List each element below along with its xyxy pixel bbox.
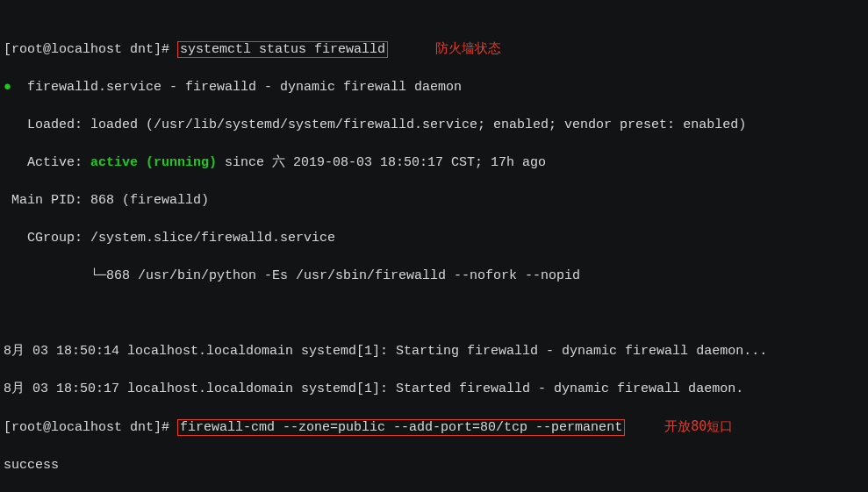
active-since: since 六 2019-08-03 18:50:17 CST; 17h ago [217,155,546,170]
active-state: active (running) [90,155,217,170]
line-cgroup1: CGroup: /system.slice/firewalld.service [4,229,868,248]
annotation-firewall-status: 防火墙状态 [435,40,501,56]
annotation-open-port-80: 开放80短口 [664,418,733,434]
svc-head-text: firewalld.service - firewalld - dynamic … [11,80,462,95]
highlight-cmd-addport: firewall-cmd --zone=public --add-port=80… [177,419,625,436]
line-cgroup2: └─868 /usr/bin/python -Es /usr/sbin/fire… [4,267,868,286]
line-loaded: Loaded: loaded (/usr/lib/systemd/system/… [4,116,868,135]
line-cmd-addport: [root@localhost dnt]# firewall-cmd --zon… [4,417,868,438]
line-log1: 8月 03 18:50:14 localhost.localdomain sys… [4,342,868,361]
line-svc-head: ● firewalld.service - firewalld - dynami… [4,78,868,97]
line-mainpid: Main PID: 868 (firewalld) [4,191,868,210]
highlight-cmd-status: systemctl status firewalld [177,41,388,58]
terminal-output: [root@localhost dnt]# systemctl status f… [0,0,868,492]
shell-prompt: [root@localhost dnt]# [4,420,177,435]
active-label: Active: [4,155,90,170]
line-active: Active: active (running) since 六 2019-08… [4,153,868,173]
line-cmd-status: [root@localhost dnt]# systemctl status f… [4,39,868,60]
line-success1: success [4,456,868,475]
status-dot: ● [4,80,11,95]
line-log2: 8月 03 18:50:17 localhost.localdomain sys… [4,380,868,399]
shell-prompt: [root@localhost dnt]# [4,42,177,57]
line-blank [4,304,868,324]
